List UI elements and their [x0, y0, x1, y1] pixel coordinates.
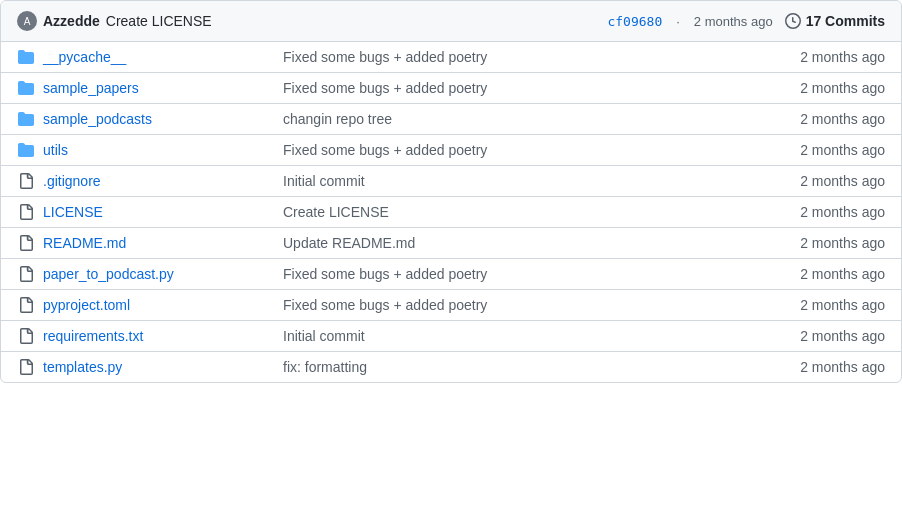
table-row: utils Fixed some bugs + added poetry 2 m… — [1, 135, 901, 166]
file-time-ago: 2 months ago — [765, 359, 885, 375]
table-row: README.md Update README.md 2 months ago — [1, 228, 901, 259]
file-name[interactable]: templates.py — [43, 359, 283, 375]
header-commit-message: Create LICENSE — [106, 13, 212, 29]
commits-count-label: 17 Commits — [806, 13, 885, 29]
file-type-icon — [17, 142, 35, 158]
file-list: __pycache__ Fixed some bugs + added poet… — [1, 42, 901, 382]
folder-icon — [18, 142, 34, 158]
file-commit-message: changin repo tree — [283, 111, 765, 127]
file-name[interactable]: paper_to_podcast.py — [43, 266, 283, 282]
file-type-icon — [17, 204, 35, 220]
file-commit-message: Initial commit — [283, 173, 765, 189]
file-name[interactable]: pyproject.toml — [43, 297, 283, 313]
file-name[interactable]: README.md — [43, 235, 283, 251]
table-row: .gitignore Initial commit 2 months ago — [1, 166, 901, 197]
file-type-icon — [17, 235, 35, 251]
file-icon — [18, 266, 34, 282]
file-time-ago: 2 months ago — [765, 142, 885, 158]
table-row: sample_podcasts changin repo tree 2 mont… — [1, 104, 901, 135]
file-icon — [18, 235, 34, 251]
file-type-icon — [17, 328, 35, 344]
file-time-ago: 2 months ago — [765, 80, 885, 96]
table-row: pyproject.toml Fixed some bugs + added p… — [1, 290, 901, 321]
file-name[interactable]: sample_papers — [43, 80, 283, 96]
table-row: sample_papers Fixed some bugs + added po… — [1, 73, 901, 104]
header-right: cf09680 · 2 months ago 17 Commits — [607, 13, 885, 29]
table-row: requirements.txt Initial commit 2 months… — [1, 321, 901, 352]
file-time-ago: 2 months ago — [765, 111, 885, 127]
file-name[interactable]: __pycache__ — [43, 49, 283, 65]
folder-icon — [18, 49, 34, 65]
commits-link[interactable]: 17 Commits — [785, 13, 885, 29]
commit-hash[interactable]: cf09680 — [607, 14, 662, 29]
clock-icon — [785, 13, 801, 29]
file-icon — [18, 297, 34, 313]
folder-icon — [18, 111, 34, 127]
file-type-icon — [17, 49, 35, 65]
file-time-ago: 2 months ago — [765, 49, 885, 65]
file-icon — [18, 204, 34, 220]
file-name[interactable]: LICENSE — [43, 204, 283, 220]
file-name[interactable]: utils — [43, 142, 283, 158]
file-commit-message: Fixed some bugs + added poetry — [283, 297, 765, 313]
file-type-icon — [17, 80, 35, 96]
file-commit-message: fix: formatting — [283, 359, 765, 375]
file-type-icon — [17, 266, 35, 282]
file-commit-message: Initial commit — [283, 328, 765, 344]
file-time-ago: 2 months ago — [765, 235, 885, 251]
file-icon — [18, 173, 34, 189]
file-time-ago: 2 months ago — [765, 204, 885, 220]
file-commit-message: Fixed some bugs + added poetry — [283, 80, 765, 96]
file-time-ago: 2 months ago — [765, 266, 885, 282]
file-type-icon — [17, 111, 35, 127]
dot-separator: · — [676, 14, 680, 29]
file-type-icon — [17, 359, 35, 375]
folder-icon — [18, 80, 34, 96]
table-row: LICENSE Create LICENSE 2 months ago — [1, 197, 901, 228]
header-time-ago: 2 months ago — [694, 14, 773, 29]
table-row: __pycache__ Fixed some bugs + added poet… — [1, 42, 901, 73]
file-commit-message: Create LICENSE — [283, 204, 765, 220]
table-row: paper_to_podcast.py Fixed some bugs + ad… — [1, 259, 901, 290]
file-commit-message: Fixed some bugs + added poetry — [283, 49, 765, 65]
file-name[interactable]: sample_podcasts — [43, 111, 283, 127]
file-icon — [18, 328, 34, 344]
header-left: A Azzedde Create LICENSE — [17, 11, 212, 31]
file-time-ago: 2 months ago — [765, 173, 885, 189]
author-name[interactable]: Azzedde — [43, 13, 100, 29]
file-commit-message: Fixed some bugs + added poetry — [283, 142, 765, 158]
file-icon — [18, 359, 34, 375]
file-commit-message: Update README.md — [283, 235, 765, 251]
repo-file-browser: A Azzedde Create LICENSE cf09680 · 2 mon… — [0, 0, 902, 383]
avatar: A — [17, 11, 37, 31]
file-time-ago: 2 months ago — [765, 297, 885, 313]
file-type-icon — [17, 173, 35, 189]
file-time-ago: 2 months ago — [765, 328, 885, 344]
file-type-icon — [17, 297, 35, 313]
table-row: templates.py fix: formatting 2 months ag… — [1, 352, 901, 382]
file-name[interactable]: .gitignore — [43, 173, 283, 189]
repo-header: A Azzedde Create LICENSE cf09680 · 2 mon… — [1, 1, 901, 42]
file-commit-message: Fixed some bugs + added poetry — [283, 266, 765, 282]
file-name[interactable]: requirements.txt — [43, 328, 283, 344]
